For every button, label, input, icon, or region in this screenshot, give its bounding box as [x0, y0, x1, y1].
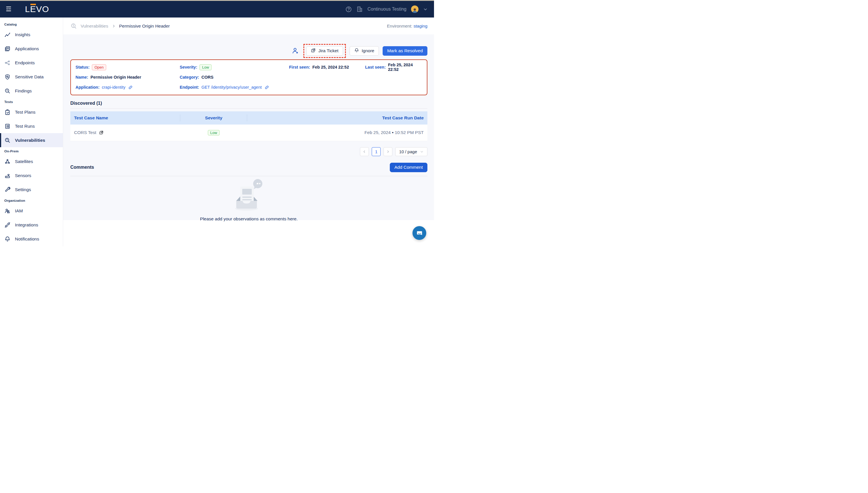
- sidebar-item-findings[interactable]: Findings: [0, 84, 63, 98]
- application-label: Application:: [76, 85, 100, 89]
- open-test-case-icon[interactable]: [99, 130, 104, 135]
- sidebar-item-test-plans[interactable]: Test Plans: [0, 105, 63, 119]
- test-runs-icon: [4, 123, 10, 129]
- sensitive-data-icon: [4, 74, 10, 80]
- discovered-table: Test Case NameSeverityTest Case Run Date…: [70, 111, 427, 141]
- sidebar-item-label: Sensitive Data: [15, 74, 44, 80]
- test-plans-icon: [4, 109, 10, 115]
- sidebar-item-sensors[interactable]: Sensors: [0, 168, 63, 183]
- sidebar-item-endpoints[interactable]: Endpoints: [0, 56, 63, 70]
- last-seen-field: Last seen:Feb 25, 2024 22:52: [365, 64, 422, 70]
- breadcrumb-chevron-icon: [112, 24, 116, 28]
- discovered-title: Discovered (1): [70, 101, 427, 106]
- sidebar-item-sensitive-data[interactable]: Sensitive Data: [0, 70, 63, 84]
- ignore-button[interactable]: Ignore: [350, 46, 379, 56]
- bell-icon: [354, 48, 359, 54]
- chevron-down-icon[interactable]: [423, 7, 428, 12]
- divider: [70, 108, 427, 109]
- severity-badge: Low: [208, 130, 220, 135]
- sidebar-item-label: Insights: [15, 32, 30, 37]
- application-link[interactable]: crapi-identity: [102, 85, 133, 90]
- chat-widget-button[interactable]: [412, 226, 426, 240]
- mark-resolved-button[interactable]: Mark as Resolved: [383, 46, 427, 56]
- user-avatar[interactable]: [411, 5, 419, 13]
- vulnerability-detail-card: Status:OpenSeverity:LowFirst seen:Feb 25…: [70, 59, 427, 95]
- jira-ticket-button[interactable]: Jira Ticket: [306, 46, 343, 56]
- chat-bubble-icon: [416, 230, 423, 237]
- sidebar-item-label: Findings: [15, 88, 32, 93]
- assign-user-icon[interactable]: [292, 47, 299, 55]
- logo-text-e: E: [30, 5, 36, 14]
- sidebar-item-label: Test Runs: [15, 124, 35, 129]
- comments-title: Comments: [70, 165, 94, 170]
- column-header-test-case-name: Test Case Name: [70, 111, 180, 125]
- content-footer-space: [63, 220, 434, 246]
- ignore-label: Ignore: [362, 48, 374, 53]
- content-area: Jira Ticket Ignore Mark as Resolved: [63, 35, 434, 220]
- endpoint-link[interactable]: GET /identity/privacy/user_agent: [202, 85, 269, 90]
- sensors-icon: [4, 172, 10, 179]
- export-icon: [311, 48, 316, 54]
- test-case-run-date: Feb 25, 2024 • 10:52 PM PST: [247, 125, 427, 141]
- app-window: LEVO Continuous Testing: [0, 0, 434, 246]
- sidebar-item-test-runs[interactable]: Test Runs: [0, 119, 63, 133]
- vulnerability-search-icon: [70, 23, 77, 29]
- environment-label: Environment:: [387, 23, 412, 28]
- sidebar-item-notifications[interactable]: Notifications: [0, 232, 63, 246]
- sidebar-item-satellites[interactable]: Satellites: [0, 154, 63, 168]
- sidebar-item-integrations[interactable]: Integrations: [0, 218, 63, 232]
- page-size-value: 10 / page: [399, 149, 417, 154]
- test-case-name: CORS Test: [74, 130, 176, 135]
- category-value: CORS: [202, 75, 214, 80]
- iam-icon: [4, 208, 10, 214]
- vulnerabilities-icon: [4, 137, 10, 144]
- top-navbar: LEVO Continuous Testing: [0, 1, 434, 18]
- organization-icon[interactable]: [357, 6, 363, 12]
- sidebar-item-settings[interactable]: Settings: [0, 183, 63, 197]
- next-page-button[interactable]: [383, 147, 393, 156]
- page-size-select[interactable]: 10 / page: [395, 147, 427, 156]
- application-field: Application:crapi-identity: [76, 84, 180, 91]
- sidebar-section-label: Tests: [0, 98, 63, 105]
- category-label: Category:: [180, 75, 199, 80]
- action-row: Jira Ticket Ignore Mark as Resolved: [70, 35, 427, 59]
- last_seen-label: Last seen:: [365, 65, 386, 69]
- help-icon[interactable]: [345, 6, 352, 13]
- breadcrumb-parent[interactable]: Vulnerabilities: [81, 23, 108, 29]
- sidebar-item-vulnerabilities[interactable]: Vulnerabilities: [0, 133, 63, 147]
- sidebar-section-label: On-Prem: [0, 147, 63, 154]
- prev-page-button[interactable]: [360, 147, 369, 156]
- sidebar-item-label: Settings: [15, 187, 31, 192]
- column-header-test-case-run-date: Test Case Run Date: [247, 111, 427, 125]
- link-icon: [128, 85, 133, 90]
- chevron-down-icon: [420, 150, 424, 153]
- mark-resolved-label: Mark as Resolved: [387, 48, 423, 53]
- notifications-icon: [4, 236, 10, 242]
- add-comment-button[interactable]: Add Comment: [390, 163, 427, 172]
- severity-badge: Low: [199, 64, 212, 70]
- breadcrumb-current: Permissive Origin Header: [119, 23, 170, 29]
- first_seen-label: First seen:: [289, 65, 310, 69]
- sidebar-collapse-button[interactable]: [4, 5, 13, 14]
- sidebar: Catalog Insights Applications Endpoints …: [0, 18, 63, 246]
- column-header-severity: Severity: [180, 111, 247, 125]
- sidebar-item-label: Applications: [15, 46, 39, 51]
- link-icon: [264, 85, 269, 90]
- first-seen-field: First seen:Feb 25, 2024 22:52: [289, 64, 365, 70]
- severity-label: Severity:: [180, 65, 197, 69]
- endpoints-icon: [4, 60, 10, 66]
- insights-icon: [4, 31, 10, 38]
- page-number-button[interactable]: 1: [372, 147, 381, 156]
- status-badge: Open: [92, 64, 106, 70]
- sidebar-item-label: Test Plans: [15, 110, 36, 115]
- empty-inbox-illustration: [230, 178, 268, 214]
- sidebar-item-iam[interactable]: IAM: [0, 204, 63, 218]
- sidebar-section-label: Catalog: [0, 20, 63, 27]
- levo-logo[interactable]: LEVO: [25, 5, 49, 14]
- sidebar-item-applications[interactable]: Applications: [0, 42, 63, 56]
- environment-value[interactable]: staging: [414, 23, 427, 28]
- sidebar-item-label: Satellites: [15, 159, 33, 164]
- pagination: 1 10 / page: [70, 147, 427, 156]
- sidebar-item-insights[interactable]: Insights: [0, 27, 63, 42]
- applications-icon: [4, 46, 10, 52]
